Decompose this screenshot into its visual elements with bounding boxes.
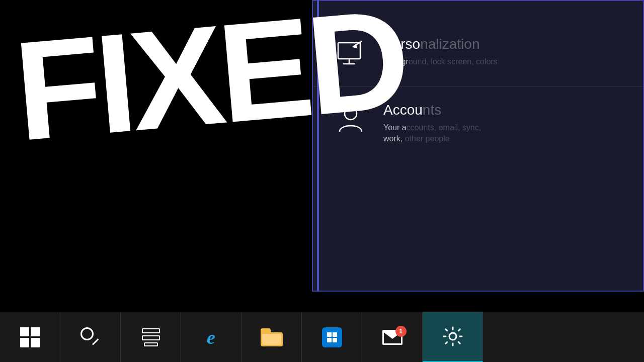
svg-rect-7: [333, 332, 337, 337]
mail-button[interactable]: 1: [362, 312, 423, 363]
taskview-icon: [142, 328, 160, 346]
folder-icon: [261, 328, 283, 346]
store-icon: [322, 327, 342, 347]
main-background: FIXED Personalization Background, lock s…: [0, 0, 644, 312]
svg-rect-6: [327, 332, 332, 337]
taskview-button[interactable]: [121, 312, 181, 363]
mail-icon-wrap: 1: [382, 330, 403, 345]
svg-rect-9: [333, 338, 337, 342]
taskbar: e 1: [0, 312, 644, 362]
svg-rect-8: [327, 338, 332, 342]
edge-icon: e: [207, 326, 215, 348]
gear-icon: [442, 325, 464, 347]
settings-button[interactable]: [423, 312, 483, 363]
svg-point-10: [449, 333, 456, 340]
search-icon: [80, 327, 101, 347]
windows-logo-icon: [20, 327, 40, 347]
search-button[interactable]: [60, 312, 121, 363]
fixed-heading: FIXED: [11, 0, 409, 151]
mail-badge: 1: [395, 326, 407, 337]
start-button[interactable]: [0, 312, 60, 363]
edge-button[interactable]: e: [181, 312, 242, 363]
file-explorer-button[interactable]: [242, 312, 302, 363]
store-button[interactable]: [302, 312, 362, 363]
